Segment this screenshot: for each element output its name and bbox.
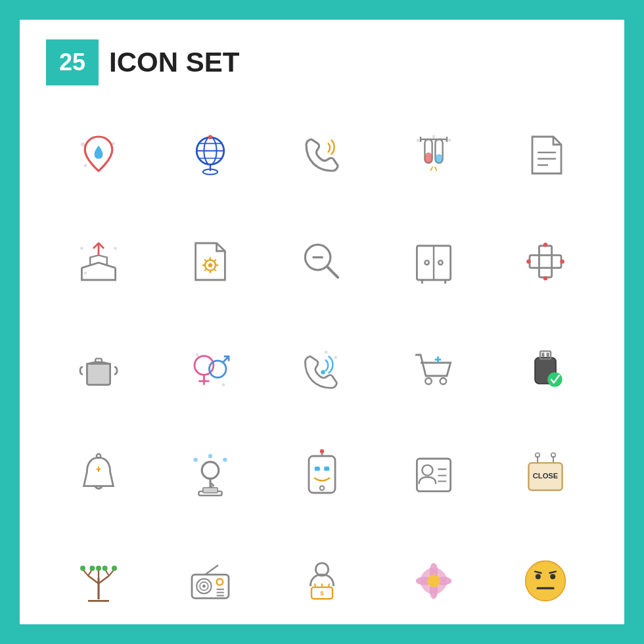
icon-cell-flower: [381, 531, 486, 631]
svg-rect-87: [203, 488, 218, 493]
svg-line-38: [214, 260, 216, 262]
icon-cell-close-sign: CLOSE: [493, 425, 598, 524]
svg-point-28: [84, 271, 87, 275]
unbox-icon: [72, 235, 125, 288]
svg-point-55: [560, 260, 564, 264]
icon-cell-unbox: [46, 212, 151, 311]
icon-cell-cart-add: [381, 318, 486, 418]
id-card-icon: [407, 448, 460, 501]
icon-cell-phone-sound: [269, 105, 375, 205]
svg-rect-73: [541, 353, 544, 357]
icon-cell-phone-wifi: [269, 318, 375, 418]
svg-point-2: [84, 164, 87, 168]
svg-rect-74: [547, 353, 549, 357]
svg-point-63: [222, 383, 225, 386]
svg-line-39: [204, 269, 206, 271]
svg-point-54: [526, 260, 530, 264]
svg-point-10: [208, 135, 212, 139]
gender-icon: [184, 342, 237, 394]
svg-point-27: [114, 247, 117, 250]
svg-line-36: [204, 260, 206, 262]
svg-rect-90: [324, 467, 329, 471]
cabinet-icon: [407, 235, 460, 288]
icon-cell-bell: [46, 425, 151, 524]
globe-pin-icon: [184, 129, 237, 181]
svg-text:$: $: [320, 589, 324, 597]
icon-cell-test-tubes: [381, 105, 486, 205]
svg-line-37: [214, 269, 216, 271]
icon-cell-usb-secure: [493, 318, 598, 418]
icon-cell-water-location: [46, 105, 151, 205]
svg-point-81: [208, 454, 212, 458]
svg-line-106: [88, 576, 99, 584]
phone-wifi-icon: [296, 342, 348, 394]
icon-cell-payment: $: [269, 531, 375, 631]
svg-point-124: [217, 579, 223, 586]
svg-line-21: [430, 167, 432, 171]
svg-point-78: [97, 454, 101, 458]
svg-point-80: [223, 457, 227, 461]
svg-point-0: [81, 143, 85, 147]
svg-point-64: [321, 370, 325, 374]
svg-line-42: [327, 267, 338, 277]
svg-text:CLOSE: CLOSE: [533, 472, 559, 480]
icon-cell-key-stand: [158, 425, 263, 524]
svg-point-47: [438, 260, 442, 264]
svg-point-79: [193, 457, 197, 461]
water-location-icon: [72, 129, 125, 181]
svg-point-12: [448, 139, 451, 142]
robot-tablet-icon: [296, 448, 348, 501]
icon-grid: CLOSE: [46, 105, 598, 631]
icon-cell-id-card: [381, 425, 486, 524]
svg-point-53: [543, 276, 547, 280]
tree-icon: [72, 555, 125, 607]
svg-point-11: [417, 139, 420, 142]
cart-add-icon: [407, 342, 460, 394]
number-text: 25: [59, 49, 85, 76]
zoom-out-icon: [296, 235, 348, 288]
svg-rect-88: [309, 456, 335, 493]
icon-cell-gender: [158, 318, 263, 418]
flower-icon: [407, 555, 460, 607]
svg-point-75: [547, 372, 562, 386]
card: 25 ICON SET: [20, 20, 624, 624]
svg-point-143: [526, 561, 566, 601]
svg-point-31: [208, 263, 212, 267]
svg-rect-17: [435, 154, 442, 163]
pot-icon: [72, 342, 125, 394]
icon-cell-cabinet: [381, 212, 486, 311]
icon-cell-document: [493, 105, 598, 205]
svg-line-119: [205, 565, 218, 574]
payment-icon: $: [296, 555, 348, 607]
svg-rect-50: [539, 246, 551, 277]
icon-cell-tree: [46, 531, 151, 631]
svg-point-95: [422, 465, 432, 476]
svg-point-113: [80, 566, 85, 571]
header: 25 ICON SET: [46, 39, 598, 85]
usb-secure-icon: [519, 342, 572, 394]
svg-point-46: [425, 260, 428, 264]
svg-rect-51: [530, 255, 561, 267]
svg-point-93: [320, 486, 324, 490]
svg-point-67: [425, 378, 432, 384]
svg-point-68: [440, 378, 447, 384]
icon-cell-globe-pin: [158, 105, 263, 205]
svg-point-142: [427, 574, 440, 587]
test-tubes-icon: [407, 129, 460, 181]
document-icon: [519, 129, 572, 181]
svg-point-117: [112, 566, 117, 571]
key-stand-icon: [184, 448, 237, 501]
icon-cell-zoom-out: [269, 212, 375, 311]
svg-rect-89: [315, 467, 320, 471]
file-settings-icon: [184, 235, 237, 288]
svg-point-145: [550, 574, 555, 580]
icon-cell-robot-tablet: [269, 425, 375, 524]
svg-point-82: [202, 462, 219, 479]
svg-line-22: [435, 167, 437, 171]
bell-icon: [72, 448, 125, 501]
icon-cell-file-settings: [158, 212, 263, 311]
svg-point-62: [196, 354, 199, 357]
svg-line-107: [99, 576, 109, 584]
emoji-meh-icon: [519, 555, 572, 607]
svg-point-116: [103, 566, 108, 571]
